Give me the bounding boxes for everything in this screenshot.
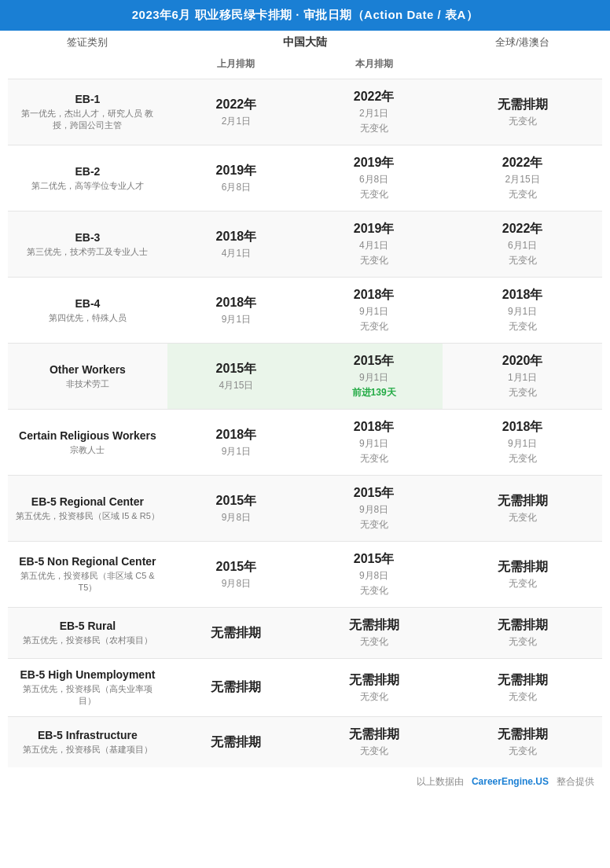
this-note: 无变化 bbox=[310, 320, 438, 333]
global-main: 2022年 bbox=[447, 155, 597, 171]
global-main: 2020年 bbox=[447, 353, 597, 370]
this-main: 2018年 bbox=[310, 419, 438, 436]
col-china-header: 中国大陆 bbox=[167, 31, 443, 54]
last-main: 无需排期 bbox=[172, 679, 300, 696]
global-note: 无变化 bbox=[447, 577, 597, 590]
this-month-cell: 无需排期无变化 bbox=[305, 659, 443, 717]
visa-name-cell: EB-1第一优先，杰出人才，研究人员 教授，跨国公司主管 bbox=[8, 79, 167, 145]
table-row: Certain Religious Workers宗教人士2018年9月1日20… bbox=[8, 410, 602, 476]
visa-name-cell: EB-5 Infrastructure第五优先，投资移民（基建项目） bbox=[8, 717, 167, 768]
global-cell: 无需排期无变化 bbox=[443, 608, 602, 659]
last-main: 无需排期 bbox=[172, 734, 300, 751]
table-row: EB-5 High Unemployment第五优先，投资移民（高失业率项目）无… bbox=[8, 659, 602, 717]
this-main: 2019年 bbox=[310, 155, 438, 171]
table-row: EB-3第三优先，技术劳工及专业人士2018年4月1日2019年4月1日无变化2… bbox=[8, 211, 602, 278]
this-date: 9月1日 bbox=[310, 437, 438, 451]
this-main: 2018年 bbox=[310, 287, 438, 303]
global-main: 无需排期 bbox=[447, 672, 597, 689]
last-main: 2019年 bbox=[172, 163, 300, 179]
global-date: 6月1日 bbox=[447, 239, 597, 252]
this-month-cell: 2022年2月1日无变化 bbox=[305, 79, 443, 145]
visa-en: EB-5 High Unemployment bbox=[16, 668, 160, 681]
this-date: 9月8日 bbox=[310, 503, 438, 517]
global-note: 无变化 bbox=[447, 511, 597, 524]
global-cell: 2020年1月1日无变化 bbox=[443, 344, 602, 410]
this-month-cell: 2019年4月1日无变化 bbox=[305, 211, 443, 278]
global-note: 无变化 bbox=[447, 254, 597, 267]
global-date: 1月1日 bbox=[447, 371, 597, 384]
last-date: 9月1日 bbox=[172, 445, 300, 458]
last-month-cell: 2018年9月1日 bbox=[167, 278, 305, 344]
last-month-cell: 2015年9月8日 bbox=[167, 476, 305, 542]
this-date: 9月1日 bbox=[310, 371, 438, 384]
global-cell: 2022年2月15日无变化 bbox=[443, 145, 602, 211]
this-note: 无变化 bbox=[310, 122, 438, 135]
this-month-cell: 2015年9月8日无变化 bbox=[305, 542, 443, 608]
visa-en: EB-3 bbox=[16, 231, 160, 244]
visa-en: EB-1 bbox=[16, 93, 160, 105]
visa-name-cell: EB-5 High Unemployment第五优先，投资移民（高失业率项目） bbox=[8, 659, 167, 717]
visa-name-cell: EB-4第四优先，特殊人员 bbox=[8, 278, 167, 344]
global-date: 9月1日 bbox=[447, 305, 597, 318]
table-row: EB-2第二优先，高等学位专业人才2019年6月8日2019年6月8日无变化20… bbox=[8, 145, 602, 211]
table-row: EB-5 Non Regional Center第五优先，投资移民（非区域 C5… bbox=[8, 542, 602, 608]
global-cell: 无需排期无变化 bbox=[443, 79, 602, 145]
visa-zh: 第五优先，投资移民（区域 I5 & R5） bbox=[16, 510, 160, 522]
visa-zh: 第五优先，投资移民（基建项目） bbox=[16, 744, 160, 756]
global-date: 2月15日 bbox=[447, 173, 597, 186]
table-row: Other Workers非技术劳工2015年4月15日2015年9月1日前进1… bbox=[8, 344, 602, 410]
last-main: 2018年 bbox=[172, 295, 300, 311]
this-main: 无需排期 bbox=[310, 672, 438, 689]
visa-zh: 第五优先，投资移民（高失业率项目） bbox=[16, 683, 160, 707]
global-cell: 无需排期无变化 bbox=[443, 659, 602, 717]
global-main: 无需排期 bbox=[447, 726, 597, 743]
this-month-cell: 2015年9月8日无变化 bbox=[305, 476, 443, 542]
col-visa-sub bbox=[8, 54, 167, 79]
col-global-header: 全球/港澳台 bbox=[443, 31, 602, 54]
last-main: 无需排期 bbox=[172, 625, 300, 642]
this-main: 2019年 bbox=[310, 221, 438, 237]
last-main: 2018年 bbox=[172, 427, 300, 443]
last-date: 9月8日 bbox=[172, 511, 300, 524]
global-note: 无变化 bbox=[447, 386, 597, 399]
last-month-cell: 2018年9月1日 bbox=[167, 410, 305, 476]
table-row: EB-5 Infrastructure第五优先，投资移民（基建项目）无需排期无需… bbox=[8, 717, 602, 768]
this-main: 无需排期 bbox=[310, 726, 438, 743]
table-row: EB-4第四优先，特殊人员2018年9月1日2018年9月1日无变化2018年9… bbox=[8, 278, 602, 344]
global-main: 无需排期 bbox=[447, 559, 597, 576]
visa-zh: 非技术劳工 bbox=[16, 378, 160, 390]
visa-en: Certain Religious Workers bbox=[16, 429, 160, 442]
visa-name-cell: Other Workers非技术劳工 bbox=[8, 344, 167, 410]
visa-en: EB-5 Rural bbox=[16, 620, 160, 632]
footer: 以上数据由 CareerEngine.US 整合提供 bbox=[8, 767, 602, 793]
last-main: 2015年 bbox=[172, 559, 300, 576]
this-note: 无变化 bbox=[310, 452, 438, 465]
last-main: 2018年 bbox=[172, 229, 300, 245]
this-note: 无变化 bbox=[310, 745, 438, 758]
this-main: 2015年 bbox=[310, 353, 438, 370]
visa-name-cell: EB-5 Regional Center第五优先，投资移民（区域 I5 & R5… bbox=[8, 476, 167, 542]
global-main: 2018年 bbox=[447, 419, 597, 436]
this-main: 无需排期 bbox=[310, 617, 438, 634]
col-last-header: 上月排期 bbox=[167, 54, 305, 79]
global-note: 无变化 bbox=[447, 745, 597, 758]
this-note: 前进139天 bbox=[310, 386, 438, 399]
global-main: 无需排期 bbox=[447, 97, 597, 113]
last-month-cell: 2019年6月8日 bbox=[167, 145, 305, 211]
global-note: 无变化 bbox=[447, 635, 597, 649]
last-month-cell: 无需排期 bbox=[167, 608, 305, 659]
global-cell: 2018年9月1日无变化 bbox=[443, 410, 602, 476]
visa-zh: 第五优先，投资移民（农村项目） bbox=[16, 634, 160, 646]
last-date: 9月8日 bbox=[172, 577, 300, 590]
global-cell: 无需排期无变化 bbox=[443, 542, 602, 608]
global-main: 无需排期 bbox=[447, 493, 597, 509]
footer-suffix: 整合提供 bbox=[557, 776, 594, 787]
col-visa-header: 签证类别 bbox=[8, 31, 167, 54]
global-main: 2018年 bbox=[447, 287, 597, 303]
global-note: 无变化 bbox=[447, 452, 597, 465]
last-date: 4月1日 bbox=[172, 247, 300, 260]
global-cell: 2018年9月1日无变化 bbox=[443, 278, 602, 344]
page-header: 2023年6月 职业移民绿卡排期 · 审批日期（Action Date / 表A… bbox=[0, 0, 610, 31]
visa-zh: 第四优先，特殊人员 bbox=[16, 312, 160, 324]
this-month-cell: 无需排期无变化 bbox=[305, 608, 443, 659]
